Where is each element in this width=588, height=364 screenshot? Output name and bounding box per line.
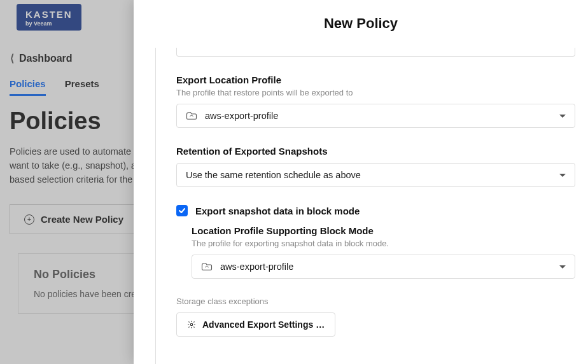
- block-mode-checkbox[interactable]: [176, 205, 188, 216]
- brand-logo: KASTEN by Veeam: [17, 4, 81, 31]
- block-mode-profile-select[interactable]: aws-export-profile: [192, 255, 575, 279]
- retention-value: Use the same retention schedule as above: [186, 170, 552, 180]
- chevron-left-icon: ⟨: [10, 52, 14, 64]
- block-mode-checkbox-row: Export snapshot data in block mode: [176, 205, 575, 216]
- advanced-button-label: Advanced Export Settings …: [202, 319, 325, 330]
- retention-section: Retention of Exported Snapshots Use the …: [176, 146, 575, 187]
- block-mode-profile-value: aws-export-profile: [220, 262, 552, 272]
- brand-sub: by Veeam: [25, 20, 73, 27]
- export-location-section: Export Location Profile The profile that…: [176, 74, 575, 128]
- svg-point-0: [190, 323, 193, 326]
- block-mode-subsection: Location Profile Supporting Block Mode T…: [192, 225, 575, 279]
- caret-down-icon: [559, 115, 566, 118]
- breadcrumb-label: Dashboard: [19, 53, 73, 64]
- modal-body: Export Location Profile The profile that…: [155, 48, 588, 364]
- export-location-help: The profile that restore points will be …: [176, 88, 575, 97]
- storage-exceptions-label: Storage class exceptions: [176, 297, 575, 306]
- block-mode-section: Export snapshot data in block mode Locat…: [176, 205, 575, 279]
- create-button-label: Create New Policy: [41, 214, 123, 225]
- export-location-value: aws-export-profile: [205, 111, 552, 121]
- plus-circle-icon: +: [24, 214, 34, 225]
- tab-policies[interactable]: Policies: [10, 78, 46, 96]
- previous-field-bottom: [176, 48, 575, 57]
- check-icon: [178, 207, 186, 214]
- block-mode-profile-help: The profile for exporting snapshot data …: [192, 239, 575, 248]
- gear-icon: [187, 320, 196, 329]
- new-policy-modal: New Policy Export Location Profile The p…: [134, 0, 588, 364]
- retention-select[interactable]: Use the same retention schedule as above: [176, 163, 575, 187]
- brand-main: KASTEN: [25, 9, 73, 20]
- advanced-export-settings-button[interactable]: Advanced Export Settings …: [176, 312, 335, 337]
- location-profile-icon: [201, 262, 213, 271]
- storage-exceptions-section: Storage class exceptions Advanced Export…: [176, 297, 575, 337]
- export-location-label: Export Location Profile: [176, 74, 575, 85]
- block-mode-profile-label: Location Profile Supporting Block Mode: [192, 225, 575, 236]
- retention-label: Retention of Exported Snapshots: [176, 146, 575, 157]
- create-new-policy-button[interactable]: + Create New Policy: [10, 204, 137, 234]
- caret-down-icon: [559, 265, 566, 269]
- location-profile-icon: [186, 111, 197, 120]
- tab-presets[interactable]: Presets: [65, 78, 99, 96]
- modal-title: New Policy: [134, 0, 588, 48]
- block-mode-label: Export snapshot data in block mode: [195, 206, 360, 216]
- export-location-select[interactable]: aws-export-profile: [176, 104, 575, 128]
- caret-down-icon: [559, 174, 566, 177]
